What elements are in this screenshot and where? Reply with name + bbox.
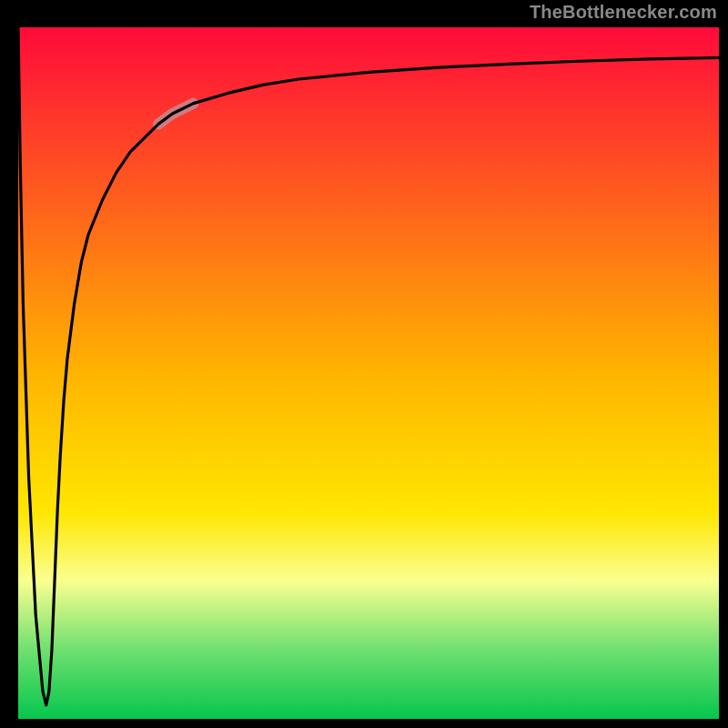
bottleneck-chart [0,0,728,728]
attribution-label: TheBottlenecker.com [530,2,717,23]
chart-container: TheBottlenecker.com [0,0,728,728]
plot-background [18,27,719,719]
